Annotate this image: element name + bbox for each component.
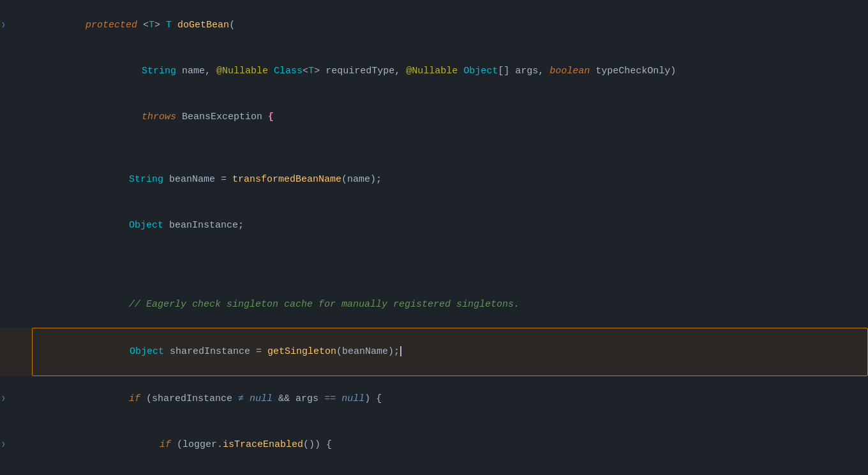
- annotation-nullable: @Nullable: [216, 66, 268, 77]
- code-line: [0, 265, 868, 282]
- line-code: protected <T> T doGetBean(: [32, 3, 868, 48]
- annotation-nullable2: @Nullable: [406, 66, 458, 77]
- logger-ref: logger: [183, 439, 217, 450]
- type-string2: String: [129, 174, 163, 185]
- line-code: if (logger.isTraceEnabled()) {: [32, 422, 868, 468]
- func-isTraceEnabled: isTraceEnabled: [223, 439, 303, 450]
- func-transformedBeanName: transformedBeanName: [232, 174, 341, 185]
- type-T: T: [149, 20, 154, 31]
- line-code: // Eagerly check singleton cache for man…: [32, 282, 868, 328]
- line-code: if (sharedInstance ≠ null && args == nul…: [32, 376, 868, 422]
- code-content: ❯ protected <T> T doGetBean( String name…: [0, 0, 868, 475]
- line-code: [32, 141, 868, 156]
- keyword-null2: null: [341, 393, 364, 404]
- type-object2: Object: [129, 220, 163, 231]
- code-line: [0, 140, 868, 157]
- line-code: Object beanInstance;: [32, 203, 868, 249]
- code-line-highlighted: Object sharedInstance = getSingleton(bea…: [0, 328, 868, 376]
- line-code-highlighted: Object sharedInstance = getSingleton(bea…: [32, 328, 868, 376]
- type-string: String: [142, 66, 176, 77]
- code-editor: ❯ protected <T> T doGetBean( String name…: [0, 0, 868, 475]
- fold-arrow[interactable]: ❯: [1, 439, 6, 451]
- brace-open: {: [268, 112, 274, 122]
- fold-arrow[interactable]: ❯: [1, 393, 6, 405]
- method-name: doGetBean: [177, 20, 229, 31]
- line-code: throws BeansException {: [32, 94, 868, 140]
- type-T2: T: [308, 66, 314, 77]
- type-object3: Object: [130, 346, 164, 357]
- op-neq: ≠: [238, 393, 244, 404]
- comment: // Eagerly check singleton cache for man…: [129, 299, 520, 310]
- line-code: [32, 266, 868, 281]
- code-line: ❯ protected <T> T doGetBean(: [0, 3, 868, 48]
- keyword-if2: if: [160, 439, 171, 450]
- code-line: [0, 249, 868, 265]
- keyword-null: null: [250, 393, 273, 404]
- code-line: Object beanInstance;: [0, 203, 868, 249]
- return-type: T: [166, 20, 172, 31]
- line-code: if (isSingletonCurrentlyInCreation(beanN…: [32, 468, 868, 475]
- line-code: [32, 249, 868, 265]
- func-getSingleton: getSingleton: [267, 346, 336, 357]
- line-code: String name, @Nullable Class<T> required…: [32, 48, 868, 94]
- code-line: String beanName = transformedBeanName(na…: [0, 157, 868, 203]
- keyword-boolean: boolean: [550, 66, 590, 77]
- exception-beans: BeansException: [182, 112, 262, 122]
- text-cursor: [400, 346, 401, 356]
- keyword-if: if: [129, 393, 140, 404]
- keyword-protected: protected: [86, 20, 137, 31]
- keyword-throws: throws: [142, 112, 176, 122]
- code-line: ❯ if (isSingletonCurrentlyInCreation(bea…: [0, 468, 868, 475]
- type-object: Object: [463, 66, 498, 77]
- param-typeCheckOnly: typeCheckOnly: [595, 66, 670, 77]
- type-class: Class: [274, 66, 303, 77]
- code-line: // Eagerly check singleton cache for man…: [0, 282, 868, 328]
- fold-arrow[interactable]: ❯: [1, 20, 6, 31]
- line-code: String beanName = transformedBeanName(na…: [32, 157, 868, 203]
- code-line: ❯ if (logger.isTraceEnabled()) {: [0, 422, 868, 468]
- code-line: String name, @Nullable Class<T> required…: [0, 48, 868, 94]
- code-line: throws BeansException {: [0, 94, 868, 140]
- op-eq: ==: [324, 393, 336, 404]
- code-line: ❯ if (sharedInstance ≠ null && args == n…: [0, 376, 868, 422]
